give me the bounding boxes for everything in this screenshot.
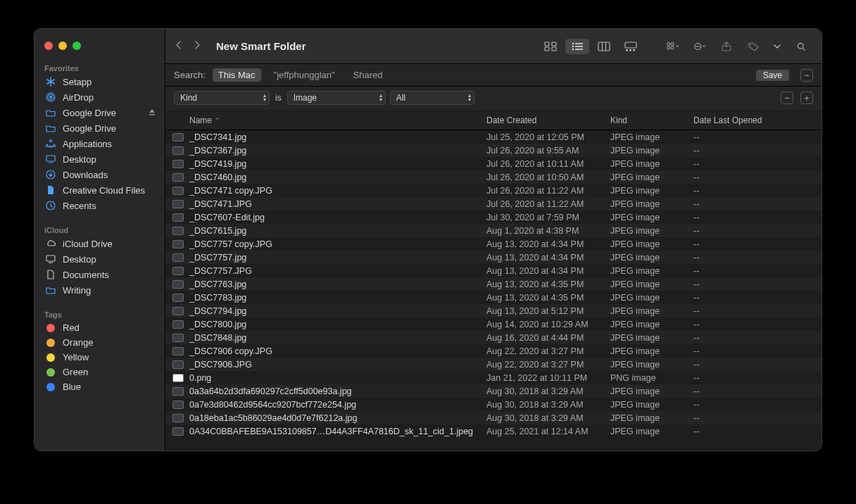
eject-icon[interactable]: [148, 108, 156, 118]
sidebar-item-label: Setapp: [63, 77, 92, 87]
file-kind: JPEG image: [610, 386, 693, 396]
tag-button[interactable]: [741, 39, 765, 54]
file-row[interactable]: 0A34C0BBAFEBE9A153109857…D44A3FF4A7816D_…: [165, 424, 822, 438]
sidebar-item-airdrop[interactable]: AirDrop: [34, 89, 165, 105]
sidebar-item-label: Google Drive: [63, 123, 116, 134]
column-view-button[interactable]: [592, 39, 616, 54]
scope-this-mac[interactable]: This Mac: [213, 68, 261, 82]
share-button[interactable]: [715, 39, 738, 54]
file-date-created: Aug 13, 2020 at 4:35 PM: [486, 279, 610, 289]
svg-line-40: [802, 48, 805, 50]
file-row[interactable]: _DSC7848.jpgAug 16, 2020 at 4:44 PMJPEG …: [165, 331, 822, 344]
file-row[interactable]: _DSC7757.JPGAug 13, 2020 at 4:34 PMJPEG …: [165, 264, 822, 277]
sidebar-item-applications[interactable]: Applications: [34, 136, 165, 151]
tag-dot: [44, 353, 57, 362]
criteria-match-select[interactable]: All ▴▾: [390, 91, 474, 105]
file-row[interactable]: _DSC7783.jpgAug 13, 2020 at 4:35 PMJPEG …: [165, 291, 822, 304]
sidebar-item-icloud-drive[interactable]: iCloud Drive: [34, 236, 165, 251]
sidebar-item-yellow[interactable]: Yellow: [34, 350, 165, 365]
file-date-created: Aug 13, 2020 at 4:34 PM: [486, 253, 610, 263]
sidebar-item-desktop[interactable]: Desktop: [34, 151, 165, 167]
icon-view-button[interactable]: [539, 39, 562, 54]
save-search-button[interactable]: Save: [756, 70, 789, 81]
main: New Smart Folder: [165, 29, 822, 451]
file-name: 0a3a64b2d3dfa690297c2cff5d00e93a.jpg: [189, 386, 352, 396]
close-window-button[interactable]: [44, 42, 53, 50]
zoom-window-button[interactable]: [73, 42, 81, 50]
file-row[interactable]: 0a18eba1ac5b86029ae4d0d7e7f6212a.jpgAug …: [165, 411, 822, 424]
file-row[interactable]: _DSC7615.jpgAug 1, 2020 at 4:38 PMJPEG i…: [165, 224, 822, 237]
file-kind: PNG image: [610, 373, 693, 383]
action-menu-button[interactable]: [688, 39, 712, 54]
file-row[interactable]: _DSC7471.JPGJul 26, 2020 at 11:22 AMJPEG…: [165, 197, 822, 210]
criteria-remove-button[interactable]: −: [781, 92, 793, 104]
sidebar-item-documents[interactable]: Documents: [34, 267, 165, 282]
toolbar-overflow-button[interactable]: [768, 39, 786, 54]
scope-shared[interactable]: Shared: [348, 68, 389, 82]
criteria-attribute-value: Kind: [180, 93, 197, 103]
sidebar-item-writing[interactable]: Writing: [34, 282, 165, 298]
sidebar-item-google-drive[interactable]: Google Drive: [34, 105, 165, 120]
nav-back-button[interactable]: [171, 41, 187, 51]
criteria-add-button[interactable]: ＋: [800, 92, 813, 104]
svg-rect-30: [671, 42, 674, 45]
column-kind[interactable]: Kind: [610, 115, 693, 125]
file-row[interactable]: _DSC7906 copy.JPGAug 22, 2020 at 3:27 PM…: [165, 344, 822, 358]
sidebar-item-orange[interactable]: Orange: [34, 335, 165, 350]
criteria-attribute-select[interactable]: Kind ▴▾: [174, 91, 270, 105]
sidebar-item-blue[interactable]: Blue: [34, 379, 165, 394]
search-button[interactable]: [789, 39, 813, 54]
file-kind: JPEG image: [610, 226, 693, 236]
sidebar-item-red[interactable]: Red: [34, 320, 165, 335]
sidebar-item-desktop[interactable]: Desktop: [34, 251, 165, 267]
column-date-created[interactable]: Date Created: [486, 115, 610, 125]
remove-criteria-button[interactable]: −: [800, 69, 813, 82]
sidebar-item-google-drive[interactable]: Google Drive: [34, 120, 165, 136]
file-row[interactable]: _DSC7460.jpgJul 26, 2020 at 10:50 AMJPEG…: [165, 170, 822, 184]
sidebar-item-setapp[interactable]: Setapp: [34, 74, 165, 89]
scope-user-folder[interactable]: "jeffphungglan": [268, 68, 341, 82]
file-row[interactable]: 0.pngJan 21, 2022 at 10:11 PMPNG image--: [165, 371, 822, 384]
file-row[interactable]: _DSC7419.jpgJul 26, 2020 at 10:11 AMJPEG…: [165, 157, 822, 170]
group-by-button[interactable]: [661, 39, 685, 54]
sidebar-item-creative-cloud-files[interactable]: Creative Cloud Files: [34, 182, 165, 198]
criteria-value-select[interactable]: Image ▴▾: [287, 91, 386, 105]
file-thumbnail-icon: [172, 320, 184, 329]
file-row[interactable]: _DSC7607-Edit.jpgJul 30, 2020 at 7:59 PM…: [165, 210, 822, 224]
svg-rect-22: [598, 42, 610, 51]
sidebar-item-downloads[interactable]: Downloads: [34, 167, 165, 182]
sidebar-item-green[interactable]: Green: [34, 365, 165, 379]
sidebar-item-label: Green: [63, 367, 88, 377]
folder-icon: [44, 122, 57, 134]
file-row[interactable]: _DSC7757.jpgAug 13, 2020 at 4:34 PMJPEG …: [165, 251, 822, 264]
file-date-created: Aug 22, 2020 at 3:27 PM: [486, 360, 610, 370]
minimize-window-button[interactable]: [58, 42, 67, 50]
file-row[interactable]: _DSC7906.JPGAug 22, 2020 at 3:27 PMJPEG …: [165, 358, 822, 371]
file-name: _DSC7783.jpg: [189, 293, 246, 303]
file-row[interactable]: _DSC7471 copy.JPGJul 26, 2020 at 11:22 A…: [165, 184, 822, 197]
file-row[interactable]: _DSC7800.jpgAug 14, 2020 at 10:29 AMJPEG…: [165, 317, 822, 331]
file-name: 0a7e3d80462d9564cc9207bcf772e254.jpg: [189, 400, 356, 410]
svg-rect-12: [545, 42, 549, 46]
file-row[interactable]: 0a7e3d80462d9564cc9207bcf772e254.jpgAug …: [165, 398, 822, 411]
svg-rect-26: [626, 49, 628, 51]
asterisk-icon: [44, 76, 57, 87]
sidebar-item-recents[interactable]: Recents: [34, 198, 165, 213]
column-date-last-opened[interactable]: Date Last Opened: [693, 115, 814, 125]
file-row[interactable]: _DSC7341.jpgJul 25, 2020 at 12:05 PMJPEG…: [165, 130, 822, 144]
file-row[interactable]: _DSC7763.jpgAug 13, 2020 at 4:35 PMJPEG …: [165, 277, 822, 291]
file-row[interactable]: _DSC7757 copy.JPGAug 13, 2020 at 4:34 PM…: [165, 237, 822, 251]
finder-window: FavoritesSetappAirDropGoogle DriveGoogle…: [34, 28, 822, 451]
file-date-last-opened: --: [693, 320, 814, 329]
nav-forward-button[interactable]: [189, 41, 205, 51]
gallery-view-button[interactable]: [619, 39, 643, 54]
list-view-button[interactable]: [565, 39, 589, 54]
file-row[interactable]: _DSC7794.jpgAug 13, 2020 at 5:12 PMJPEG …: [165, 304, 822, 317]
column-name[interactable]: Name⌃: [189, 115, 486, 125]
tag-dot: [44, 324, 57, 332]
clock-icon: [44, 200, 57, 211]
file-list[interactable]: _DSC7341.jpgJul 25, 2020 at 12:05 PMJPEG…: [165, 130, 822, 451]
file-name: _DSC7471.JPG: [189, 199, 252, 209]
file-row[interactable]: 0a3a64b2d3dfa690297c2cff5d00e93a.jpgAug …: [165, 384, 822, 398]
file-row[interactable]: _DSC7367.jpgJul 26, 2020 at 9:55 AMJPEG …: [165, 144, 822, 157]
